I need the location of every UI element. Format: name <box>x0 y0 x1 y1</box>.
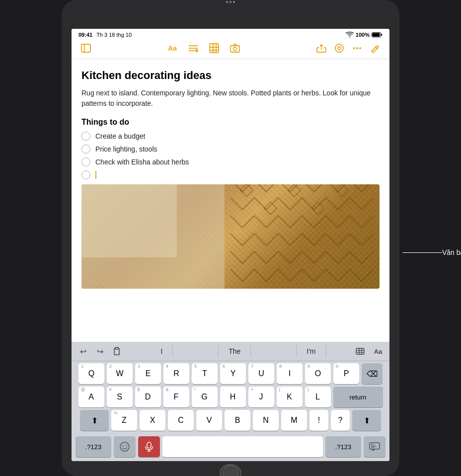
redo-button[interactable]: ↪ <box>92 344 107 359</box>
emoji-key[interactable] <box>114 436 136 457</box>
svg-point-8 <box>196 50 198 52</box>
key-N[interactable]: N <box>253 410 279 431</box>
emoji-icon <box>119 441 130 452</box>
svg-point-38 <box>122 445 123 446</box>
toolbar: Aa <box>72 40 389 59</box>
more-icon[interactable] <box>351 42 364 55</box>
mic-key[interactable] <box>138 436 160 457</box>
camera-icon[interactable] <box>229 42 241 55</box>
keyboard-row-1: 1Q 2W 3E 4R 5T 6Y 7U 8I 9O 0P ⌫ <box>74 363 387 384</box>
key-A[interactable]: @A <box>78 387 104 407</box>
share-icon[interactable] <box>315 42 328 55</box>
key-I[interactable]: 8I <box>277 363 303 384</box>
key-Z[interactable]: ¼Z <box>111 410 137 431</box>
key-G[interactable]: *G <box>192 387 218 407</box>
key-S[interactable]: #S <box>107 387 133 407</box>
key-Y[interactable]: 6Y <box>220 363 246 384</box>
toolbar-right <box>315 42 382 55</box>
svg-point-16 <box>335 44 343 52</box>
checkbox-1[interactable] <box>81 132 90 141</box>
key-F[interactable]: &F <box>163 387 189 407</box>
key-D[interactable]: $D <box>135 387 161 407</box>
list-item: Create a budget <box>81 132 380 141</box>
predictive-actions: ↩ ↪ <box>72 344 128 359</box>
shift-key-right[interactable]: ⬆ <box>352 410 381 431</box>
key-H[interactable]: -H <box>220 387 246 407</box>
keyboard-table-icon[interactable] <box>353 344 368 359</box>
checkbox-2[interactable] <box>81 145 90 154</box>
key-J[interactable]: +J <box>248 387 274 407</box>
key-W[interactable]: 2W <box>107 363 133 384</box>
return-key[interactable]: return <box>333 387 383 407</box>
status-time: 09:41 <box>78 32 92 38</box>
font-format-icon[interactable]: Aa <box>166 42 179 55</box>
keyboard: 1Q 2W 3E 4R 5T 6Y 7U 8I 9O 0P ⌫ @A #S $D <box>72 361 389 434</box>
key-exclaim[interactable]: ! <box>309 410 328 431</box>
numbers-key-right[interactable]: .?123 <box>325 436 361 457</box>
space-key[interactable] <box>162 436 323 457</box>
key-M[interactable]: M <box>281 410 307 431</box>
svg-rect-32 <box>356 348 364 354</box>
keyboard-font-icon[interactable]: Aa <box>371 344 385 359</box>
predictive-words: I The I'm <box>128 345 349 357</box>
key-L[interactable]: )L <box>305 387 331 407</box>
svg-rect-24 <box>264 202 277 215</box>
key-T[interactable]: 5T <box>192 363 218 384</box>
key-C[interactable]: C <box>168 410 194 431</box>
key-Q[interactable]: 1Q <box>78 363 104 384</box>
predictive-bar: ↩ ↪ I The I'm <box>72 342 389 361</box>
key-X[interactable]: X <box>140 410 165 431</box>
key-question[interactable]: ? <box>331 410 350 431</box>
keyboard-dismiss-key[interactable] <box>364 436 385 457</box>
home-button[interactable] <box>220 464 241 476</box>
undo-button[interactable]: ↩ <box>76 344 90 359</box>
numbers-key-left[interactable]: .?123 <box>76 436 111 457</box>
svg-point-37 <box>120 442 129 451</box>
key-E[interactable]: 3E <box>135 363 161 384</box>
svg-rect-25 <box>288 184 301 197</box>
key-V[interactable]: V <box>196 410 222 431</box>
note-image <box>81 184 380 289</box>
svg-rect-27 <box>336 184 348 197</box>
svg-rect-23 <box>240 184 253 197</box>
checkbox-3[interactable] <box>81 158 90 166</box>
predictive-right: Aa <box>349 344 389 359</box>
key-B[interactable]: B <box>225 410 250 431</box>
edit-icon[interactable] <box>369 42 382 55</box>
sidebar-icon[interactable] <box>79 42 92 55</box>
top-dots <box>226 1 235 3</box>
bottom-bar: .?123 <box>72 434 389 461</box>
toolbar-left <box>79 42 92 55</box>
pred-word-2[interactable]: The <box>218 345 251 357</box>
clipboard-button[interactable] <box>109 344 124 359</box>
svg-rect-40 <box>147 442 151 448</box>
carpet-pattern <box>81 184 380 289</box>
svg-rect-3 <box>81 44 90 52</box>
svg-rect-29 <box>81 184 177 257</box>
shift-key-left[interactable]: ⬆ <box>80 410 109 431</box>
key-O[interactable]: 9O <box>305 363 331 384</box>
svg-rect-31 <box>115 347 118 349</box>
key-K[interactable]: (K <box>277 387 303 407</box>
key-R[interactable]: 4R <box>163 363 189 384</box>
backspace-key[interactable]: ⌫ <box>362 363 383 384</box>
note-paragraph: Rug next to island. Contemporary lightin… <box>81 88 380 109</box>
table-icon[interactable] <box>208 42 221 55</box>
pred-word-3[interactable]: I'm <box>296 345 326 357</box>
svg-rect-1 <box>373 33 380 37</box>
cursor-list-item <box>81 170 380 179</box>
list-format-icon[interactable] <box>187 42 200 55</box>
wifi-icon <box>346 32 354 38</box>
svg-point-20 <box>359 47 361 49</box>
list-item: Price lighting, stools <box>81 145 380 154</box>
pred-word-1[interactable]: I <box>151 345 173 357</box>
key-P[interactable]: 0P <box>333 363 359 384</box>
toolbar-center: Aa <box>166 42 241 55</box>
text-cursor <box>95 171 96 179</box>
checklist-item-3-text: Check with Elisha about herbs <box>95 158 189 166</box>
svg-line-21 <box>376 47 377 49</box>
key-U[interactable]: 7U <box>248 363 274 384</box>
checkbox-4[interactable] <box>81 170 90 179</box>
svg-rect-2 <box>381 34 382 36</box>
pin-icon[interactable] <box>333 42 346 55</box>
